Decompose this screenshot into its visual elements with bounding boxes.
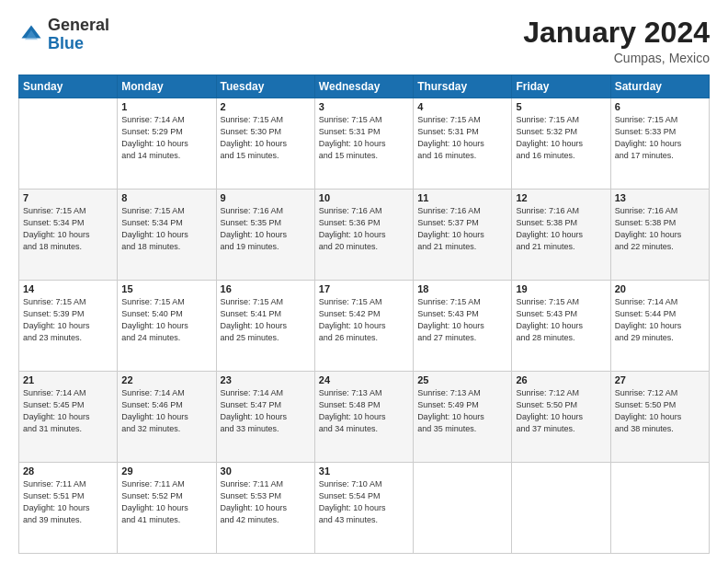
calendar-cell: 2Sunrise: 7:15 AMSunset: 5:30 PMDaylight… [216, 98, 314, 190]
calendar-cell: 22Sunrise: 7:14 AMSunset: 5:46 PMDayligh… [118, 372, 216, 463]
calendar-cell: 16Sunrise: 7:15 AMSunset: 5:41 PMDayligh… [216, 281, 314, 372]
calendar-week-row: 7Sunrise: 7:15 AMSunset: 5:34 PMDaylight… [19, 190, 710, 281]
calendar-cell [610, 463, 709, 554]
calendar-cell [414, 463, 512, 554]
day-info: Sunrise: 7:12 AMSunset: 5:50 PMDaylight:… [516, 387, 606, 435]
day-number: 14 [23, 283, 113, 294]
calendar-cell: 20Sunrise: 7:14 AMSunset: 5:44 PMDayligh… [610, 281, 709, 372]
calendar-cell: 21Sunrise: 7:14 AMSunset: 5:45 PMDayligh… [19, 372, 118, 463]
calendar-table: SundayMondayTuesdayWednesdayThursdayFrid… [18, 75, 710, 554]
day-info: Sunrise: 7:15 AMSunset: 5:33 PMDaylight:… [615, 114, 705, 162]
page: General Blue January 2024 Cumpas, Mexico… [0, 0, 728, 563]
day-number: 31 [319, 465, 409, 477]
calendar-cell: 31Sunrise: 7:10 AMSunset: 5:54 PMDayligh… [314, 463, 413, 554]
day-number: 26 [516, 374, 606, 385]
day-number: 18 [417, 283, 507, 294]
calendar-cell: 13Sunrise: 7:16 AMSunset: 5:38 PMDayligh… [610, 190, 709, 281]
day-number: 21 [23, 374, 113, 385]
calendar-cell: 6Sunrise: 7:15 AMSunset: 5:33 PMDaylight… [610, 98, 709, 190]
day-info: Sunrise: 7:14 AMSunset: 5:45 PMDaylight:… [23, 387, 113, 435]
day-info: Sunrise: 7:16 AMSunset: 5:36 PMDaylight:… [319, 205, 409, 253]
day-number: 3 [319, 101, 409, 112]
day-number: 22 [121, 374, 211, 385]
day-info: Sunrise: 7:14 AMSunset: 5:46 PMDaylight:… [121, 387, 211, 435]
calendar-cell: 9Sunrise: 7:16 AMSunset: 5:35 PMDaylight… [216, 190, 314, 281]
calendar-cell: 30Sunrise: 7:11 AMSunset: 5:53 PMDayligh… [216, 463, 314, 554]
day-number: 6 [615, 101, 705, 112]
title-block: January 2024 Cumpas, Mexico [523, 17, 710, 65]
day-number: 4 [417, 101, 507, 112]
calendar-cell: 1Sunrise: 7:14 AMSunset: 5:29 PMDaylight… [118, 98, 216, 190]
logo-general-text: General [48, 16, 109, 34]
calendar-cell: 7Sunrise: 7:15 AMSunset: 5:34 PMDaylight… [19, 190, 118, 281]
day-number: 28 [23, 465, 113, 477]
day-info: Sunrise: 7:15 AMSunset: 5:39 PMDaylight:… [23, 296, 113, 344]
calendar-week-row: 1Sunrise: 7:14 AMSunset: 5:29 PMDaylight… [19, 98, 710, 190]
day-number: 29 [121, 465, 211, 477]
day-number: 13 [615, 192, 705, 203]
calendar-week-row: 14Sunrise: 7:15 AMSunset: 5:39 PMDayligh… [19, 281, 710, 372]
day-info: Sunrise: 7:11 AMSunset: 5:52 PMDaylight:… [121, 478, 211, 526]
day-number: 1 [121, 101, 211, 112]
calendar-week-row: 21Sunrise: 7:14 AMSunset: 5:45 PMDayligh… [19, 372, 710, 463]
weekday-thursday: Thursday [414, 75, 512, 98]
calendar-cell: 3Sunrise: 7:15 AMSunset: 5:31 PMDaylight… [314, 98, 413, 190]
calendar-cell: 10Sunrise: 7:16 AMSunset: 5:36 PMDayligh… [314, 190, 413, 281]
day-info: Sunrise: 7:15 AMSunset: 5:43 PMDaylight:… [516, 296, 606, 344]
calendar-cell: 8Sunrise: 7:15 AMSunset: 5:34 PMDaylight… [118, 190, 216, 281]
day-info: Sunrise: 7:16 AMSunset: 5:35 PMDaylight:… [221, 205, 311, 253]
day-info: Sunrise: 7:15 AMSunset: 5:32 PMDaylight:… [516, 114, 606, 162]
day-number: 20 [615, 283, 705, 294]
day-number: 23 [221, 374, 311, 385]
day-info: Sunrise: 7:12 AMSunset: 5:50 PMDaylight:… [615, 387, 705, 435]
day-number: 9 [221, 192, 311, 203]
day-info: Sunrise: 7:15 AMSunset: 5:41 PMDaylight:… [221, 296, 311, 344]
calendar-cell: 4Sunrise: 7:15 AMSunset: 5:31 PMDaylight… [414, 98, 512, 190]
weekday-sunday: Sunday [19, 75, 118, 98]
calendar-cell: 11Sunrise: 7:16 AMSunset: 5:37 PMDayligh… [414, 190, 512, 281]
day-info: Sunrise: 7:15 AMSunset: 5:42 PMDaylight:… [319, 296, 409, 344]
day-number: 7 [23, 192, 113, 203]
day-info: Sunrise: 7:11 AMSunset: 5:51 PMDaylight:… [23, 478, 113, 526]
day-info: Sunrise: 7:11 AMSunset: 5:53 PMDaylight:… [221, 478, 311, 526]
calendar-cell: 12Sunrise: 7:16 AMSunset: 5:38 PMDayligh… [512, 190, 610, 281]
day-info: Sunrise: 7:13 AMSunset: 5:48 PMDaylight:… [319, 387, 409, 435]
calendar-cell: 25Sunrise: 7:13 AMSunset: 5:49 PMDayligh… [414, 372, 512, 463]
day-info: Sunrise: 7:14 AMSunset: 5:47 PMDaylight:… [221, 387, 311, 435]
calendar-cell: 24Sunrise: 7:13 AMSunset: 5:48 PMDayligh… [314, 372, 413, 463]
day-number: 16 [221, 283, 311, 294]
day-info: Sunrise: 7:15 AMSunset: 5:30 PMDaylight:… [221, 114, 311, 162]
month-title: January 2024 [523, 17, 710, 49]
weekday-monday: Monday [118, 75, 216, 98]
day-number: 27 [615, 374, 705, 385]
day-number: 10 [319, 192, 409, 203]
day-number: 11 [417, 192, 507, 203]
calendar-cell: 14Sunrise: 7:15 AMSunset: 5:39 PMDayligh… [19, 281, 118, 372]
logo-icon [18, 22, 44, 48]
day-number: 24 [319, 374, 409, 385]
calendar-cell: 29Sunrise: 7:11 AMSunset: 5:52 PMDayligh… [118, 463, 216, 554]
calendar-cell: 5Sunrise: 7:15 AMSunset: 5:32 PMDaylight… [512, 98, 610, 190]
header: General Blue January 2024 Cumpas, Mexico [18, 17, 710, 65]
location: Cumpas, Mexico [523, 51, 710, 65]
calendar-week-row: 28Sunrise: 7:11 AMSunset: 5:51 PMDayligh… [19, 463, 710, 554]
day-number: 15 [121, 283, 211, 294]
day-number: 8 [121, 192, 211, 203]
day-info: Sunrise: 7:15 AMSunset: 5:34 PMDaylight:… [23, 205, 113, 253]
calendar-cell [512, 463, 610, 554]
calendar-cell: 27Sunrise: 7:12 AMSunset: 5:50 PMDayligh… [610, 372, 709, 463]
calendar-cell: 17Sunrise: 7:15 AMSunset: 5:42 PMDayligh… [314, 281, 413, 372]
day-info: Sunrise: 7:16 AMSunset: 5:38 PMDaylight:… [516, 205, 606, 253]
day-number: 17 [319, 283, 409, 294]
day-info: Sunrise: 7:16 AMSunset: 5:38 PMDaylight:… [615, 205, 705, 253]
day-number: 2 [221, 101, 311, 112]
day-info: Sunrise: 7:14 AMSunset: 5:29 PMDaylight:… [121, 114, 211, 162]
calendar-cell: 28Sunrise: 7:11 AMSunset: 5:51 PMDayligh… [19, 463, 118, 554]
calendar-cell: 18Sunrise: 7:15 AMSunset: 5:43 PMDayligh… [414, 281, 512, 372]
day-info: Sunrise: 7:14 AMSunset: 5:44 PMDaylight:… [615, 296, 705, 344]
weekday-header-row: SundayMondayTuesdayWednesdayThursdayFrid… [19, 75, 710, 98]
day-number: 25 [417, 374, 507, 385]
day-info: Sunrise: 7:10 AMSunset: 5:54 PMDaylight:… [319, 478, 409, 526]
day-number: 5 [516, 101, 606, 112]
logo-blue-text: Blue [48, 34, 84, 52]
